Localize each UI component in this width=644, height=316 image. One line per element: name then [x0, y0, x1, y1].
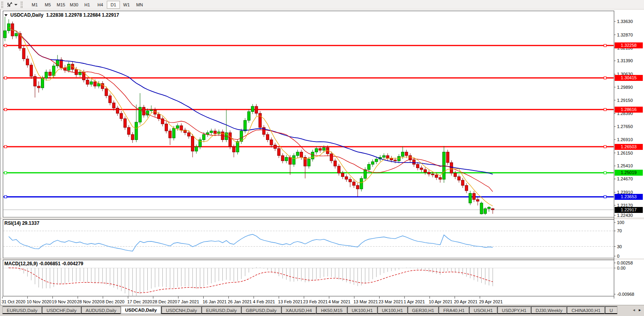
hline-handle[interactable]: [4, 146, 7, 148]
chart-tab-gbpusddaily[interactable]: GBPUSD,Daily: [241, 306, 281, 314]
date-axis-label[interactable]: 19 Nov 2020: [52, 299, 77, 304]
date-axis-label[interactable]: 10 Apr 2021: [429, 299, 452, 304]
chart-tab-uk100h1[interactable]: UK100,H1: [377, 306, 407, 314]
date-axis-label[interactable]: 4 Feb 2021: [253, 299, 275, 304]
pane-splitter[interactable]: [0, 259, 644, 260]
date-axis-label[interactable]: 26 Jan 2021: [228, 299, 252, 304]
chart-tab-usdcaddaily[interactable]: USDCAD,Daily: [121, 306, 161, 314]
toolbar-grip-2[interactable]: [21, 2, 23, 8]
price-axis-label[interactable]: 1.29150: [617, 98, 633, 103]
toolbar-grip[interactable]: [1, 2, 3, 8]
period-button-D1[interactable]: D1: [107, 1, 120, 9]
price-axis-label[interactable]: 1.22430: [617, 213, 633, 218]
date-axis-label[interactable]: 20 Apr 2021: [454, 299, 477, 304]
chart-dropdown-icon[interactable]: [4, 14, 8, 16]
date-axis-label[interactable]: 31 Oct 2020: [2, 299, 25, 304]
price-axis-label[interactable]: 1.26910: [617, 137, 633, 142]
price-axis-label[interactable]: 1.32870: [617, 33, 633, 37]
bear-candle: [48, 72, 51, 76]
period-button-M1[interactable]: M1: [28, 1, 41, 9]
hline-handle[interactable]: [4, 108, 7, 111]
date-axis-label[interactable]: 28 Dec 2020: [152, 299, 177, 304]
chart-tab-dj30weekly[interactable]: DJ30,Weekly: [531, 306, 567, 314]
tabs-scroll-left-button[interactable]: ◄: [632, 307, 636, 313]
hline-handle[interactable]: [4, 44, 7, 47]
period-button-H1[interactable]: H1: [81, 1, 94, 9]
rsi-axis-label[interactable]: 0: [617, 254, 619, 259]
rsi-axis-label[interactable]: 70: [617, 228, 622, 233]
chart-tab-audusddaily[interactable]: AUDUSD,Daily: [81, 306, 121, 314]
hline-handle[interactable]: [604, 44, 606, 47]
chart-tab-usoilh1[interactable]: USOil,H1: [469, 306, 497, 314]
macd-pane[interactable]: [3, 260, 614, 297]
chart-tab-uk100h1[interactable]: UK100,H1: [347, 306, 377, 314]
bear-candle: [116, 108, 119, 113]
pane-splitter[interactable]: [0, 218, 644, 220]
bull-candle: [195, 147, 198, 151]
chart-tab-china300h1[interactable]: CHINA300,H1: [567, 306, 605, 314]
chart-cursor-button[interactable]: [5, 1, 19, 9]
macd-axis-label[interactable]: 0.00: [617, 266, 625, 270]
price-axis-label[interactable]: 1.27650: [617, 124, 633, 129]
period-button-H4[interactable]: H4: [94, 1, 107, 9]
bull-candle: [4, 31, 6, 38]
chart-tab-xauusdh4[interactable]: XAUUSD,H4: [281, 306, 316, 314]
chart-tab-ger30h1[interactable]: GER30,H1: [407, 306, 439, 314]
hline-handle[interactable]: [604, 195, 606, 198]
hline-handle[interactable]: [4, 195, 7, 198]
rsi-axis-label[interactable]: 100: [617, 220, 624, 225]
rsi-axis-label[interactable]: 30: [617, 244, 622, 249]
main-pane[interactable]: [3, 11, 614, 218]
chart-tab-fra40h1[interactable]: FRA40,H1: [438, 306, 469, 314]
bear-candle: [112, 103, 115, 108]
period-button-W1[interactable]: W1: [120, 1, 133, 9]
price-axis-label[interactable]: 1.26150: [617, 151, 633, 155]
price-axis-label[interactable]: 1.24670: [617, 176, 633, 181]
bull-candle: [90, 82, 93, 84]
hline-handle[interactable]: [604, 77, 606, 79]
date-axis-label[interactable]: 13 Mar 2021: [353, 299, 378, 304]
chart-tab-eurusddaily[interactable]: EURUSD,Daily: [2, 306, 42, 314]
price-axis-label[interactable]: 1.31390: [617, 58, 633, 63]
chart-tab-eurusddaily[interactable]: EURUSD,Daily: [201, 306, 241, 314]
chart-tab-usdcnhdaily[interactable]: USDCNH,Daily: [161, 306, 201, 314]
chart-tab-hk50m15[interactable]: HK50,M15: [316, 306, 347, 314]
date-axis-label[interactable]: 10 Nov 2020: [27, 299, 51, 304]
date-axis-label[interactable]: 28 Nov 2020: [77, 299, 102, 304]
period-button-M15[interactable]: M15: [54, 1, 67, 9]
date-axis-label[interactable]: 17 Dec 2020: [127, 299, 152, 304]
chart-tab-usdchfdaily[interactable]: USDCHF,Daily: [42, 306, 81, 314]
chart-tab-usdjpyh1[interactable]: USDJPY,H1: [497, 306, 531, 314]
rsi-pane[interactable]: [3, 220, 614, 259]
hline-handle[interactable]: [604, 108, 606, 111]
date-axis-label[interactable]: 16 Jan 2021: [202, 299, 227, 304]
date-axis-label[interactable]: 29 Apr 2021: [479, 299, 503, 304]
price-axis-label[interactable]: 1.33630: [617, 19, 633, 24]
chart-tab-u[interactable]: U: [605, 306, 617, 314]
tabs-scroll-right-button[interactable]: ►: [638, 307, 642, 313]
hline-handle[interactable]: [604, 172, 606, 174]
date-axis-label[interactable]: 23 Feb 2021: [303, 299, 328, 304]
date-axis-label[interactable]: 13 Feb 2021: [278, 299, 303, 304]
chart-canvas[interactable]: 1.336301.328701.321301.313901.306301.298…: [0, 10, 644, 305]
hline-handle[interactable]: [4, 77, 7, 79]
hline-handle[interactable]: [4, 172, 7, 174]
period-button-M30[interactable]: M30: [67, 1, 81, 9]
bear-candle: [461, 180, 464, 185]
price-axis-label[interactable]: 1.25410: [617, 163, 633, 168]
bear-candle: [281, 155, 284, 161]
hline-handle[interactable]: [604, 146, 606, 148]
macd-axis-label[interactable]: -0.00968: [617, 292, 634, 297]
macd-axis-label[interactable]: 0.00258: [617, 260, 633, 265]
date-axis-label[interactable]: 8 Dec 2020: [102, 299, 124, 304]
period-button-M5[interactable]: M5: [41, 1, 54, 9]
bear-candle: [454, 173, 457, 177]
date-axis-label[interactable]: 4 Mar 2021: [328, 299, 351, 304]
date-axis-label[interactable]: 23 Mar 2021: [379, 299, 403, 304]
date-axis-label[interactable]: 1 Apr 2021: [404, 299, 425, 304]
bear-candle: [109, 96, 112, 103]
period-button-MN[interactable]: MN: [133, 1, 146, 9]
price-axis-label[interactable]: 1.29890: [617, 85, 633, 90]
bear-candle: [232, 147, 235, 152]
date-axis-label[interactable]: 7 Jan 2021: [177, 299, 199, 304]
